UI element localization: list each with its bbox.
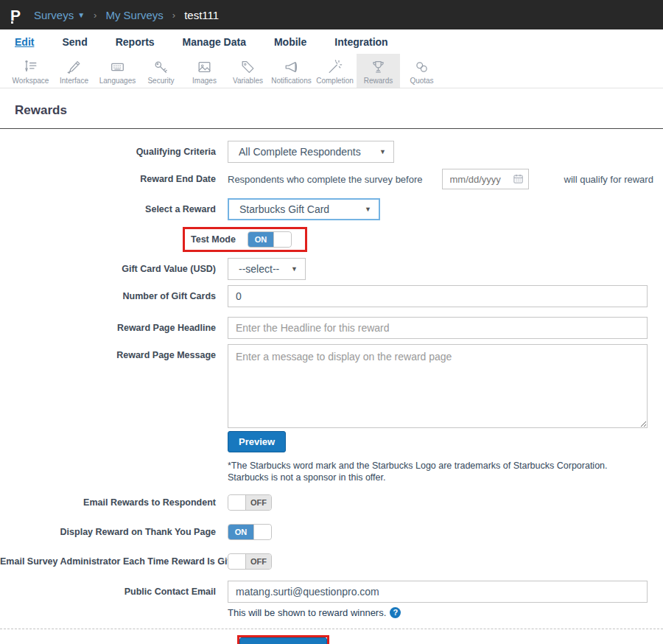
tool-label: Security [147,77,174,85]
row-reward-end-date: Reward End Date Respondents who complete… [0,169,663,189]
end-date-prefix-text: Respondents who complete the survey befo… [228,174,423,185]
select-reward-value: Starbucks Gift Card [239,203,329,215]
test-mode-toggle[interactable]: ON [248,231,292,248]
calendar-icon[interactable] [513,173,524,184]
display-reward-toggle[interactable]: ON [228,524,272,540]
qualifying-criteria-label: Qualifying Criteria [0,147,228,157]
chevron-down-icon[interactable]: ▼ [77,11,85,19]
breadcrumb-separator-icon: › [94,10,97,21]
tool-label: Quotas [410,77,433,85]
email-rewards-label: Email Rewards to Respondent [0,497,228,508]
preview-button[interactable]: Preview [228,431,286,452]
breadcrumb-surveys[interactable]: Surveys [34,9,74,21]
workspace-icon [21,59,40,75]
save-changes-button[interactable]: Save Changes [239,637,327,644]
breadcrumb-current-survey: test111 [184,9,219,21]
row-email-rewards: Email Rewards to Respondent OFF [0,494,663,511]
row-gift-card-value: Gift Card Value (USD) --select-- ▼ [0,258,663,280]
menu-manage-data[interactable]: Manage Data [183,36,246,48]
end-date-suffix-text: will qualify for reward [564,174,653,185]
notifications-icon [282,59,301,75]
email-admin-toggle[interactable]: OFF [228,553,272,570]
starbucks-disclaimer-text: *The Starbucks word mark and the Starbuc… [228,460,648,484]
questionpro-logo[interactable]: P [10,7,21,23]
menu-reports[interactable]: Reports [116,36,155,48]
interface-icon [65,59,83,75]
tool-images[interactable]: Images [183,54,226,88]
tool-quotas[interactable]: Quotas [400,54,443,88]
main-menu: Edit Send Reports Manage Data Mobile Int… [0,29,663,54]
page-title: Rewards [0,88,663,128]
breadcrumb-my-surveys[interactable]: My Surveys [105,9,163,21]
tool-rewards[interactable]: Rewards [357,54,400,88]
rewards-icon [369,59,387,75]
row-public-email-help: This will be shown to reward winners. ? [0,607,663,618]
row-email-admin: Email Survey Administrator Each Time Rew… [0,553,663,570]
tool-label: Variables [233,77,263,85]
variables-icon [239,59,257,75]
languages-icon [108,59,127,75]
row-reward-message: Reward Page Message [0,344,663,428]
tool-interface[interactable]: Interface [52,54,96,88]
row-reward-headline: Reward Page Headline [0,317,663,339]
toggle-state-text: OFF [246,554,271,569]
row-public-email: Public Contact Email [0,581,663,603]
row-display-reward: Display Reward on Thank You Page ON [0,524,663,540]
toggle-knob [253,525,271,539]
toggle-state-text: ON [248,232,273,247]
tool-label: Rewards [364,77,393,85]
display-reward-label: Display Reward on Thank You Page [0,527,228,537]
tool-label: Interface [60,77,88,85]
tool-completion[interactable]: Completion [313,54,357,88]
row-qualifying-criteria: Qualifying Criteria All Complete Respond… [0,141,663,163]
reward-headline-input[interactable] [228,317,648,339]
gift-card-value-label: Gift Card Value (USD) [0,264,228,274]
menu-edit[interactable]: Edit [15,36,34,48]
rewards-form: Qualifying Criteria All Complete Respond… [0,129,663,644]
reward-end-date-label: Reward End Date [0,174,228,184]
tool-security[interactable]: Security [139,54,183,88]
email-rewards-toggle[interactable]: OFF [228,494,272,511]
reward-headline-label: Reward Page Headline [0,323,228,333]
select-reward-select[interactable]: Starbucks Gift Card ▼ [228,198,380,220]
completion-icon [326,59,344,75]
gift-card-value-value: --select-- [239,263,279,275]
save-annotation-box: Save Changes [237,635,329,644]
help-icon[interactable]: ? [390,607,401,618]
test-mode-annotation-box: Test Mode ON [183,227,307,252]
tool-notifications[interactable]: Notifications [270,54,313,88]
edit-toolbar: Workspace Interface Languages Security I… [0,54,663,88]
tool-workspace[interactable]: Workspace [9,54,52,88]
tool-label: Languages [99,77,136,85]
toggle-knob [228,495,246,510]
tool-label: Workspace [13,77,49,85]
tool-variables[interactable]: Variables [226,54,270,88]
tool-languages[interactable]: Languages [96,54,139,88]
public-email-label: Public Contact Email [0,587,228,597]
menu-integration[interactable]: Integration [334,36,387,48]
reward-message-label: Reward Page Message [0,344,228,360]
dashed-divider [0,629,663,629]
email-admin-label: Email Survey Administrator Each Time Rew… [0,556,228,567]
caret-down-icon: ▼ [379,148,386,155]
qualifying-criteria-select[interactable]: All Complete Respondents ▼ [228,141,394,163]
breadcrumb-separator-icon: › [172,10,175,21]
quotas-icon [413,59,431,75]
public-email-input[interactable] [228,581,648,603]
reward-message-textarea[interactable] [228,344,648,428]
gift-card-value-select[interactable]: --select-- ▼ [228,258,306,280]
save-area: Save Changes [237,635,663,644]
images-icon [195,59,214,75]
row-preview: Preview [0,431,663,452]
menu-send[interactable]: Send [62,36,87,48]
menu-mobile[interactable]: Mobile [274,36,306,48]
select-reward-label: Select a Reward [0,204,228,214]
toggle-state-text: ON [228,525,253,539]
security-icon [152,59,170,75]
row-disclaimer: *The Starbucks word mark and the Starbuc… [0,460,663,484]
row-number-gift-cards: Number of Gift Cards [0,285,663,307]
top-bar: P Surveys ▼ › My Surveys › test111 [0,0,663,29]
caret-down-icon: ▼ [291,265,298,273]
toggle-knob [228,554,246,569]
number-gift-cards-input[interactable] [228,285,648,307]
